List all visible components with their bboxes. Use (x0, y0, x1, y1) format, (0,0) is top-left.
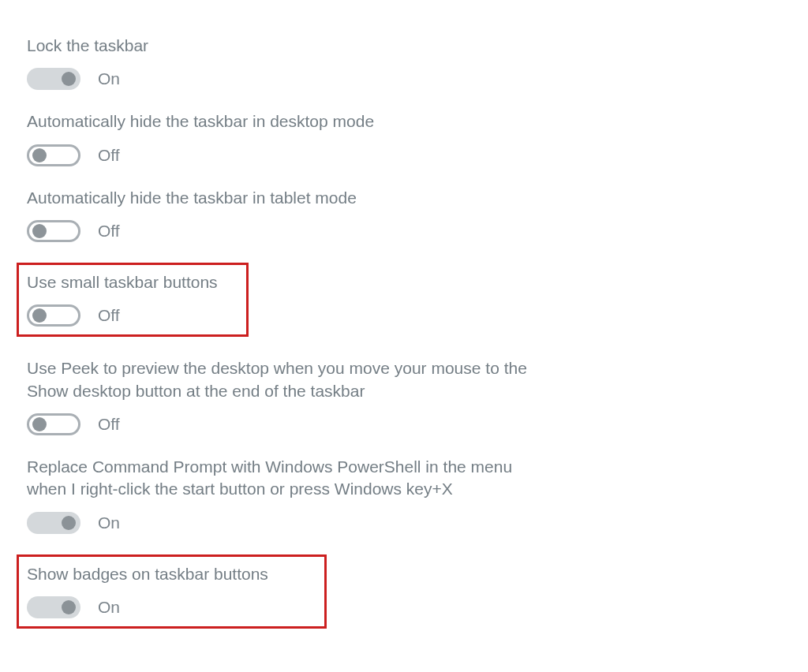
toggle-knob-icon (62, 516, 76, 530)
setting-small-buttons: Use small taskbar buttons Off (27, 271, 238, 327)
toggle-status: On (98, 513, 120, 532)
toggle-row: On (27, 68, 579, 90)
toggle-row: Off (27, 144, 579, 166)
highlight-show-badges: Show badges on taskbar buttons On (17, 554, 327, 629)
setting-lock-taskbar: Lock the taskbar On (27, 35, 579, 90)
setting-autohide-desktop: Automatically hide the taskbar in deskto… (27, 110, 579, 166)
setting-label: Automatically hide the taskbar in tablet… (27, 187, 548, 209)
setting-powershell-replace: Replace Command Prompt with Windows Powe… (27, 456, 579, 534)
toggle-row: On (27, 596, 316, 618)
toggle-status: Off (98, 146, 120, 165)
toggle-status: Off (98, 222, 120, 241)
setting-label: Replace Command Prompt with Windows Powe… (27, 456, 548, 501)
toggle-row: Off (27, 220, 579, 242)
setting-label: Show badges on taskbar buttons (27, 563, 316, 585)
toggle-powershell-replace[interactable] (27, 512, 80, 534)
toggle-small-buttons[interactable] (27, 304, 80, 327)
toggle-knob-icon (32, 148, 47, 162)
toggle-knob-icon (32, 417, 47, 431)
toggle-knob-icon (62, 600, 76, 614)
toggle-show-badges[interactable] (27, 596, 80, 618)
toggle-autohide-tablet[interactable] (27, 220, 80, 242)
taskbar-settings-list: Lock the taskbar On Automatically hide t… (0, 0, 579, 629)
setting-autohide-tablet: Automatically hide the taskbar in tablet… (27, 187, 579, 242)
toggle-status: On (98, 69, 120, 88)
toggle-knob-icon (32, 308, 47, 323)
toggle-peek-preview[interactable] (27, 413, 80, 435)
setting-show-badges: Show badges on taskbar buttons On (27, 563, 316, 618)
toggle-status: On (98, 598, 120, 617)
toggle-knob-icon (62, 72, 76, 86)
highlight-small-buttons: Use small taskbar buttons Off (17, 263, 249, 337)
toggle-row: Off (27, 304, 238, 327)
toggle-autohide-desktop[interactable] (27, 144, 80, 166)
toggle-status: Off (98, 415, 120, 434)
toggle-knob-icon (32, 224, 47, 238)
setting-label: Automatically hide the taskbar in deskto… (27, 110, 548, 133)
setting-label: Use Peek to preview the desktop when you… (27, 357, 548, 402)
toggle-lock-taskbar[interactable] (27, 68, 80, 90)
setting-label: Lock the taskbar (27, 35, 548, 57)
toggle-row: On (27, 512, 579, 534)
setting-label: Use small taskbar buttons (27, 271, 238, 293)
setting-peek-preview: Use Peek to preview the desktop when you… (27, 357, 579, 435)
toggle-row: Off (27, 413, 579, 435)
toggle-status: Off (98, 306, 120, 325)
